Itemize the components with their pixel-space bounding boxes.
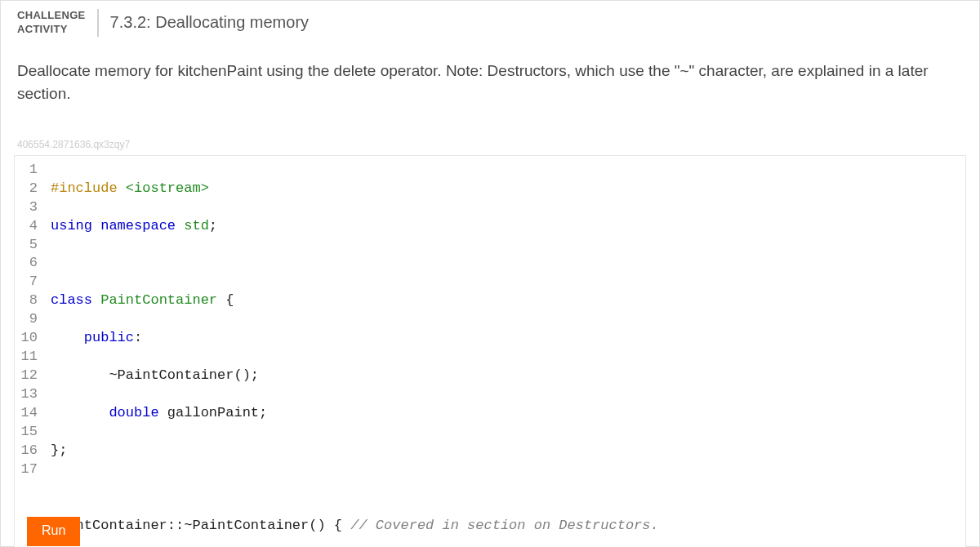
code-editor[interactable]: 1234567891011121314151617 #include <iost… <box>14 155 966 547</box>
challenge-header: CHALLENGE ACTIVITY 7.3.2: Deallocating m… <box>1 1 979 45</box>
activity-label: CHALLENGE ACTIVITY <box>17 9 99 37</box>
challenge-container: CHALLENGE ACTIVITY 7.3.2: Deallocating m… <box>0 0 980 547</box>
instructions-text: Deallocate memory for kitchenPaint using… <box>1 45 979 114</box>
activity-label-line2: ACTIVITY <box>17 23 68 35</box>
activity-label-line1: CHALLENGE <box>17 9 86 21</box>
code-content[interactable]: #include <iostream> using namespace std;… <box>46 156 659 547</box>
watermark-id: 406554.2871636.qx3zqy7 <box>1 114 979 155</box>
line-number-gutter: 1234567891011121314151617 <box>15 156 46 547</box>
activity-title: 7.3.2: Deallocating memory <box>99 13 309 32</box>
run-button[interactable]: Run <box>27 517 80 546</box>
